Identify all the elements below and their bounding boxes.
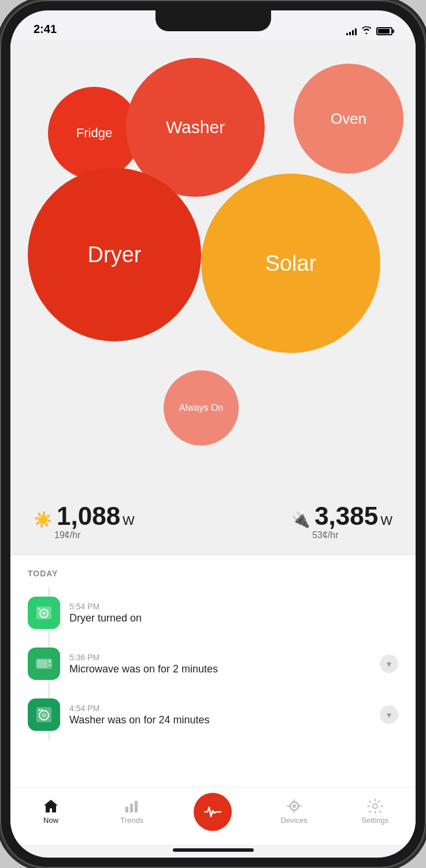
usage-value: 3,385 [314,503,378,529]
pulse-icon [204,806,221,818]
feed-title: TODAY [28,569,398,578]
solar-icon: ☀️ [34,511,52,529]
feed-list: 5:54 PM Dryer turned on [28,587,398,740]
nav-item-settings[interactable]: Settings [352,799,398,825]
solar-unit: W [123,513,135,528]
bubble-dryer[interactable]: Dryer [28,168,201,341]
svg-rect-15 [135,801,138,812]
svg-rect-7 [49,664,51,666]
washer-chevron[interactable]: ▾ [380,705,398,724]
stats-row: ☀️ 1,088 W 19¢/hr 🔌 3,385 W 53¢/hr [10,492,416,555]
notch [155,10,271,31]
nav-item-devices[interactable]: Devices [271,799,317,825]
battery-icon [376,27,392,35]
usage-unit: W [380,513,392,528]
washer-event-content: 4:54 PM Washer was on for 24 minutes [69,704,371,726]
phone-screen: 2:41 Fridg [10,10,416,858]
home-icon [43,799,59,814]
list-item[interactable]: 4:54 PM Washer was on for 24 minutes ▾ [28,689,398,740]
svg-point-3 [38,608,40,610]
svg-rect-5 [37,660,47,668]
bubble-chart: Fridge Washer Oven Dryer Solar Always On [10,41,416,492]
svg-point-11 [39,709,40,711]
status-icons [346,26,392,36]
bubble-solar[interactable]: Solar [201,174,380,353]
usage-icon: 🔌 [291,511,310,529]
svg-point-2 [42,612,46,615]
bottom-nav: Now Trends [10,787,416,845]
microwave-event-content: 5:36 PM Microwave was on for 2 minutes [69,653,371,675]
list-item[interactable]: 5:36 PM Microwave was on for 2 minutes ▾ [28,638,398,689]
solar-sub: 19¢/hr [54,530,80,540]
signal-icon [346,27,357,35]
svg-point-10 [42,713,46,718]
microwave-event-icon [28,648,60,680]
nav-label-settings: Settings [361,816,388,825]
dryer-event-content: 5:54 PM Dryer turned on [69,602,398,624]
trends-icon [124,799,140,814]
solar-stat: ☀️ 1,088 W 19¢/hr [34,503,135,540]
dryer-event-desc: Dryer turned on [69,612,398,624]
bubble-alwayson[interactable]: Always On [164,370,239,446]
microwave-event-desc: Microwave was on for 2 minutes [69,663,371,675]
washer-event-icon [28,698,60,731]
devices-icon [286,799,302,814]
svg-point-17 [292,804,296,808]
solar-value: 1,088 [57,503,120,529]
svg-rect-14 [130,804,133,812]
usage-sub: 53¢/hr [312,530,338,540]
list-item[interactable]: 5:54 PM Dryer turned on [28,587,398,638]
svg-point-18 [373,804,377,808]
nav-label-trends: Trends [120,816,143,825]
svg-rect-13 [125,807,128,812]
settings-icon [367,799,383,814]
nav-item-trends[interactable]: Trends [109,799,155,825]
nav-item-pulse[interactable] [190,793,236,831]
dryer-event-icon [28,597,60,629]
washer-event-desc: Washer was on for 24 minutes [69,714,371,726]
feed-area: TODAY 5:54 PM [10,555,416,787]
status-time: 2:41 [34,23,57,36]
home-indicator [173,848,254,852]
pulse-button[interactable] [194,793,232,831]
phone-frame: 2:41 Fridg [0,0,426,868]
wifi-icon [361,26,372,36]
dryer-event-time: 5:54 PM [69,602,398,611]
microwave-chevron[interactable]: ▾ [380,654,398,673]
bubble-oven[interactable]: Oven [294,64,403,174]
microwave-event-time: 5:36 PM [69,653,371,662]
nav-label-now: Now [43,816,58,825]
svg-rect-6 [49,660,51,663]
washer-event-time: 4:54 PM [69,704,371,713]
usage-stat: 🔌 3,385 W 53¢/hr [291,503,392,540]
svg-point-12 [41,709,43,711]
nav-item-now[interactable]: Now [28,799,74,825]
nav-label-devices: Devices [281,816,308,825]
